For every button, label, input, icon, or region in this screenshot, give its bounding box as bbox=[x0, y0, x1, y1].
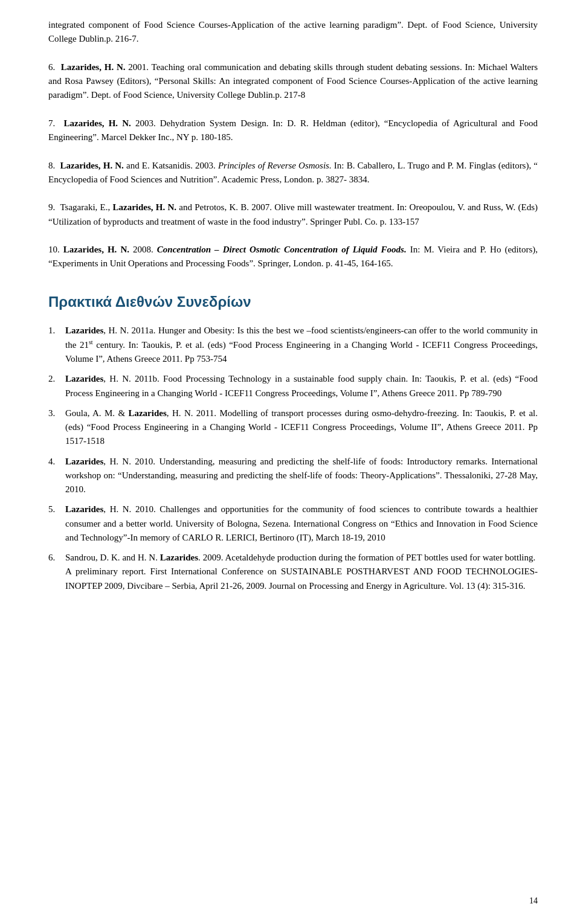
top-ref-intro-line: integrated component of Food Science Cou… bbox=[48, 18, 538, 47]
list-item: 1. Lazarides, H. N. 2011a. Hunger and Ob… bbox=[48, 324, 538, 367]
section-heading: Πρακτικά Διεθνών Συνεδρίων bbox=[48, 290, 538, 313]
ref-number-5: 5. bbox=[48, 502, 65, 545]
top-references: integrated component of Food Science Cou… bbox=[48, 18, 538, 271]
ref-number-4: 4. bbox=[48, 455, 65, 497]
ref-number-3: 3. bbox=[48, 406, 65, 449]
list-item: 4. Lazarides, H. N. 2010. Understanding,… bbox=[48, 455, 538, 497]
main-content: integrated component of Food Science Cou… bbox=[48, 18, 538, 593]
top-ref-10: 10. Lazarides, H. N. 2008. Concentration… bbox=[48, 243, 538, 271]
top-ref-6: 6. Lazarides, H. N. 2001. Teaching oral … bbox=[48, 60, 538, 103]
ref-number-2: 2. bbox=[48, 372, 65, 400]
list-item: 2. Lazarides, H. N. 2011b. Food Processi… bbox=[48, 372, 538, 400]
references-list: 1. Lazarides, H. N. 2011a. Hunger and Ob… bbox=[48, 324, 538, 593]
top-ref-7: 7. Lazarides, H. N. 2003. Dehydration Sy… bbox=[48, 117, 538, 145]
list-item: 6. Sandrou, D. K. and H. N. Lazarides. 2… bbox=[48, 551, 538, 593]
ref-text-2: Lazarides, H. N. 2011b. Food Processing … bbox=[65, 372, 538, 400]
ref-text-6: Sandrou, D. K. and H. N. Lazarides. 2009… bbox=[65, 551, 538, 593]
ref-number-1: 1. bbox=[48, 324, 65, 367]
page-number: 14 bbox=[529, 896, 538, 906]
ref-text-5: Lazarides, H. N. 2010. Challenges and op… bbox=[65, 502, 538, 545]
ref-number-6: 6. bbox=[48, 551, 65, 593]
top-ref-9: 9. Tsagaraki, E., Lazarides, H. N. and P… bbox=[48, 201, 538, 229]
list-item: 3. Goula, A. M. & Lazarides, H. N. 2011.… bbox=[48, 406, 538, 449]
list-item: 5. Lazarides, H. N. 2010. Challenges and… bbox=[48, 502, 538, 545]
ref-text-3: Goula, A. M. & Lazarides, H. N. 2011. Mo… bbox=[65, 406, 538, 449]
ref-text-1: Lazarides, H. N. 2011a. Hunger and Obesi… bbox=[65, 324, 538, 367]
ref-text-4: Lazarides, H. N. 2010. Understanding, me… bbox=[65, 455, 538, 497]
top-ref-8: 8. Lazarides, H. N. and E. Katsanidis. 2… bbox=[48, 159, 538, 187]
